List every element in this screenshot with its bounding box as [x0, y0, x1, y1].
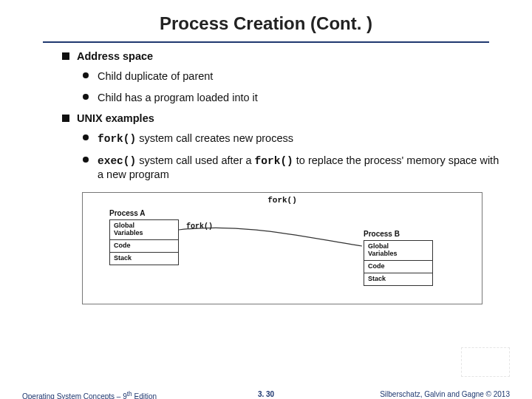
bullet-address-space: Address space	[62, 50, 502, 62]
bullet-child-program-loaded: Child has a program loaded into it	[83, 91, 502, 105]
bullet-fork: fork() system call creates new process	[83, 132, 502, 146]
text-fork-rest: system call creates new process	[136, 132, 293, 144]
logo-placeholder	[461, 347, 510, 377]
bullet-unix-examples: UNIX examples	[62, 112, 502, 124]
text-exec-mid: system call used after a	[136, 154, 254, 166]
title-rule	[43, 41, 489, 43]
content-area: Address space Child duplicate of parent …	[62, 50, 502, 304]
bullet-exec: exec() system call used after a fork() t…	[83, 154, 502, 183]
code-fork: fork()	[98, 133, 136, 145]
footer-left: Operating System Concepts – 9th Edition	[22, 390, 157, 399]
code-exec: exec()	[98, 155, 136, 167]
footer-right: Silberschatz, Galvin and Gagne © 2013	[380, 390, 510, 398]
code-fork-inline: fork()	[255, 155, 293, 167]
slide: Process Creation (Cont. ) Address space …	[0, 0, 532, 399]
footer-page-number: 3. 30	[258, 390, 274, 398]
fork-arrow	[83, 193, 482, 304]
fork-diagram: fork() Process A Global Variables Code S…	[82, 192, 482, 304]
page-title: Process Creation (Cont. )	[0, 0, 532, 38]
bullet-child-duplicate: Child duplicate of parent	[83, 69, 502, 83]
